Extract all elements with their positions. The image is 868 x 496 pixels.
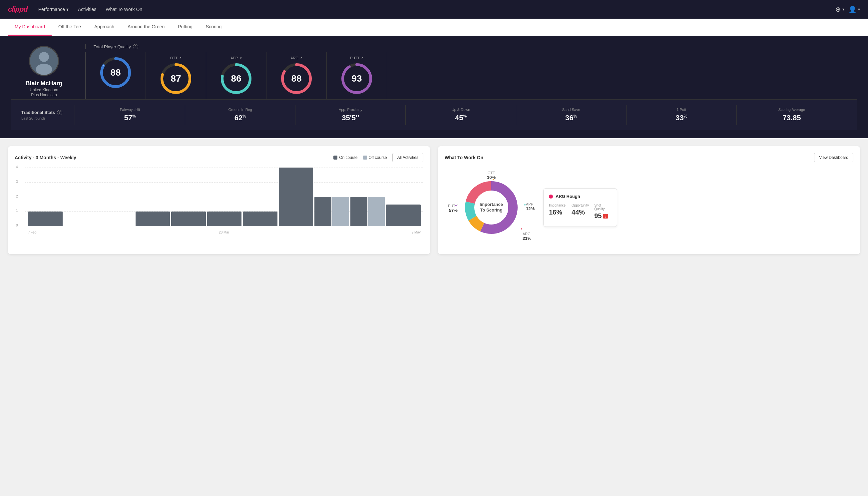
chevron-icon: ▾ [842, 7, 845, 12]
tab-around-the-green[interactable]: Around the Green [121, 19, 171, 36]
bar-group-6 [207, 168, 242, 226]
stat-fairways-hit: Fairways Hit 57% [75, 105, 185, 125]
tpq-putt: PUTT ↗ 93 [327, 52, 387, 99]
bar-group-2 [64, 168, 99, 226]
tpq-app: APP ↗ 86 [206, 52, 267, 99]
arg-donut-label: ARG 21% [523, 232, 531, 241]
wtwon-title: What To Work On [445, 155, 483, 160]
bar-group-11 [386, 168, 421, 226]
user-avatar-icon: 👤 [848, 5, 857, 13]
tpq-circles: 88 OTT ↗ 87 [85, 52, 857, 99]
all-activities-button[interactable]: All Activities [392, 153, 423, 162]
x-label-mar: 28 Mar [219, 231, 229, 234]
nav-right-actions: ⊕ ▾ 👤 ▾ [835, 5, 860, 13]
user-menu-button[interactable]: 👤 ▾ [848, 5, 860, 13]
arg-label: ARG ↗ [290, 56, 302, 60]
stat-scoring-average: Scoring Average 73.85 [737, 105, 847, 125]
traditional-stats-section: Traditional Stats ? Last 20 rounds Fairw… [11, 99, 857, 130]
player-handicap: Plus Handicap [31, 93, 57, 97]
trad-stats-label: Traditional Stats ? Last 20 rounds [21, 110, 75, 120]
ott-arrow-icon: ↗ [179, 56, 182, 60]
hero-section: Blair McHarg United Kingdom Plus Handica… [0, 36, 868, 138]
bar-group-8 [279, 168, 313, 226]
legend-on-course: On course [333, 155, 358, 160]
nav-what-to-work-on[interactable]: What To Work On [106, 7, 142, 12]
ott-value: 87 [171, 73, 181, 84]
app-value: 86 [231, 73, 241, 84]
chevron-icon: ▾ [858, 7, 860, 12]
nav-performance[interactable]: Performance ▾ [38, 7, 68, 12]
tpq-arg: ARG ↗ 88 [267, 52, 327, 99]
donut-svg: Importance To Scoring [461, 177, 521, 237]
info-card-title: ARG Rough [549, 194, 612, 199]
trad-stats-items: Fairways Hit 57% Greens In Reg 62% App. … [75, 105, 847, 125]
add-button[interactable]: ⊕ ▾ [835, 5, 845, 13]
player-avatar [29, 46, 59, 76]
bars-container [25, 168, 423, 226]
trad-help-icon[interactable]: ? [57, 110, 62, 115]
info-card-metrics: Importance 16% Opportunity 44% Shot Qual… [549, 203, 612, 220]
tab-off-the-tee[interactable]: Off the Tee [52, 19, 88, 36]
view-dashboard-button[interactable]: View Dashboard [814, 153, 853, 162]
donut-chart-area: OTT 10% APP 12% ARG 21% PUTT 57% [445, 168, 538, 248]
bar-on-course-10 [350, 197, 367, 226]
help-icon[interactable]: ? [133, 44, 138, 49]
tpq-ott: OTT ↗ 87 [146, 52, 206, 99]
svg-point-1 [39, 52, 49, 62]
tab-scoring[interactable]: Scoring [199, 19, 228, 36]
brand-logo[interactable]: clippd [8, 5, 28, 14]
metric-importance: Importance 16% [549, 203, 566, 220]
arg-rough-info-card: ARG Rough Importance 16% Opportunity 44% [543, 188, 617, 227]
tpq-section: Total Player Quality ? 88 [85, 44, 857, 99]
activity-bar-chart: 4 3 2 1 0 [15, 168, 423, 234]
arg-dot [520, 228, 523, 230]
bar-on-course-7 [243, 212, 278, 226]
trad-stats-title: Traditional Stats ? [21, 110, 75, 115]
x-label-may: 9 May [412, 231, 421, 234]
wtwon-panel-header: What To Work On View Dashboard [445, 153, 853, 162]
wtwon-content: OTT 10% APP 12% ARG 21% PUTT 57% [445, 168, 853, 248]
arg-value: 88 [291, 73, 301, 84]
bar-on-course-5 [171, 212, 206, 226]
what-to-work-on-panel: What To Work On View Dashboard OTT 10% A… [438, 146, 860, 254]
legend-off-course: Off course [363, 155, 387, 160]
stat-greens-in-reg: Greens In Reg 62% [185, 105, 295, 125]
app-ring: 86 [220, 62, 253, 95]
tab-putting[interactable]: Putting [171, 19, 199, 36]
shot-quality-badge: ↓ [603, 214, 608, 218]
app-label: APP ↗ [231, 56, 242, 60]
putt-dot [455, 204, 457, 207]
activity-panel-header: Activity - 3 Months - Weekly On course O… [15, 153, 423, 162]
app-dot [524, 203, 526, 206]
bar-on-course-9 [314, 197, 331, 226]
tpq-overall: 88 [85, 52, 146, 99]
bar-group-10 [350, 168, 385, 226]
putt-ring: 93 [340, 62, 373, 95]
activity-chart-panel: Activity - 3 Months - Weekly On course O… [8, 146, 430, 254]
sub-navigation: My Dashboard Off the Tee Approach Around… [0, 19, 868, 36]
importance-value: 16% [549, 208, 566, 216]
bar-group-1 [28, 168, 63, 226]
nav-activities[interactable]: Activities [78, 7, 96, 12]
tab-approach[interactable]: Approach [88, 19, 121, 36]
player-info: Blair McHarg United Kingdom Plus Handica… [11, 46, 77, 97]
stat-sand-save: Sand Save 36% [516, 105, 626, 125]
putt-arrow-icon: ↗ [361, 56, 363, 60]
ott-ring: 87 [159, 62, 192, 95]
overall-ring: 88 [99, 56, 132, 89]
player-name: Blair McHarg [25, 80, 62, 87]
x-axis-labels: 7 Feb 28 Mar 9 May [25, 231, 423, 234]
bar-group-3 [99, 168, 134, 226]
arg-ring: 88 [280, 62, 313, 95]
player-country: United Kingdom [30, 88, 58, 92]
tab-my-dashboard[interactable]: My Dashboard [8, 19, 52, 36]
arg-arrow-icon: ↗ [300, 56, 302, 60]
stat-up-down: Up & Down 45% [405, 105, 516, 125]
chevron-down-icon: ▾ [66, 7, 68, 12]
overall-value: 88 [110, 67, 121, 78]
metric-shot-quality: Shot Quality 95 ↓ [594, 203, 612, 220]
ott-label: OTT ↗ [170, 56, 182, 60]
shot-quality-value: 95 ↓ [594, 212, 612, 220]
putt-label: PUTT ↗ [350, 56, 364, 60]
bar-group-7 [243, 168, 278, 226]
